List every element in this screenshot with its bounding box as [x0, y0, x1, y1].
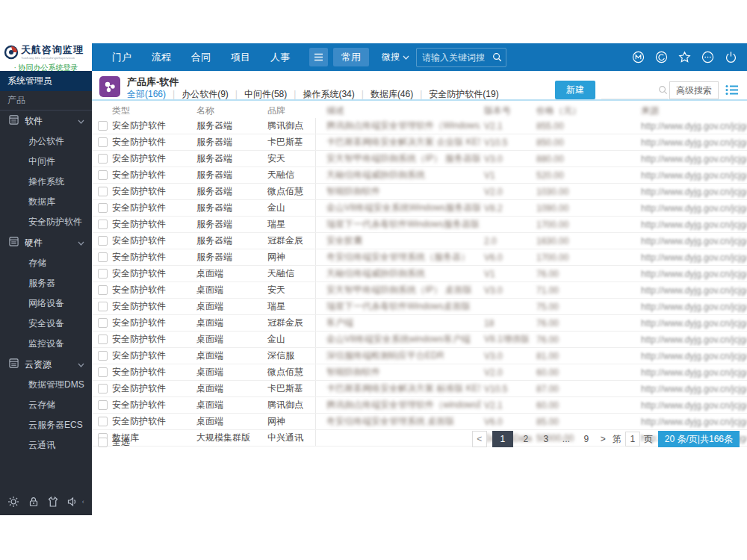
table-row-4[interactable]: 安全防护软件服务器端天融信天融信终端威胁防御系统V1520.00http://w… — [92, 167, 747, 184]
pagination-page-...[interactable]: ... — [559, 431, 574, 447]
row-checkbox[interactable] — [98, 417, 108, 426]
pagination-page-2[interactable]: 2 — [518, 431, 533, 447]
tab-6[interactable]: 安全防护软件(19) — [429, 88, 498, 101]
topnav-item-1[interactable]: 门户 — [112, 51, 131, 64]
cell-source-url[interactable]: http://www.dyjg.gov.cn/jcjg/ — [637, 269, 747, 279]
row-checkbox[interactable] — [98, 220, 108, 229]
table-row-16[interactable]: 安全防护软件桌面端微点佰慧智能防御软件V2.060.00http://www.d… — [92, 364, 747, 381]
theme-shirt-icon[interactable] — [47, 496, 59, 508]
row-checkbox[interactable] — [98, 236, 108, 246]
cell-source-url[interactable]: http://www.dyjg.gov.cn/jcjg/ — [637, 400, 747, 411]
cell-source-url[interactable]: http://www.dyjg.gov.cn/jcjg/ — [637, 351, 747, 361]
topnav-item-3[interactable]: 合同 — [191, 51, 211, 64]
sidebar-item-中间件[interactable]: 中间件 — [0, 152, 92, 172]
table-row-10[interactable]: 安全防护软件桌面端天融信天融信终端威胁防御系统V176.00http://www… — [92, 266, 747, 282]
table-row-18[interactable]: 安全防护软件桌面端腾讯御点腾讯御点终端安全管理软件（windows版）V2.1V… — [92, 397, 747, 414]
table-row-13[interactable]: 安全防护软件桌面端冠群金辰客户端1876.00http://www.dyjg.g… — [92, 315, 747, 332]
cell-source-url[interactable]: http://www.dyjg.gov.cn/jcjg/ — [637, 170, 747, 181]
global-search-input[interactable] — [421, 52, 492, 63]
lock-icon[interactable] — [28, 496, 40, 508]
cell-source-url[interactable]: http://www.dyjg.gov.cn/jcjg/ — [637, 302, 747, 312]
tab-3[interactable]: 中间件(58) — [244, 88, 287, 101]
table-row-19[interactable]: 安全防护软件桌面端网神奇安信终端安全管理系统 桌面版V6.085.00http:… — [92, 414, 747, 430]
message-icon[interactable] — [655, 51, 668, 63]
topnav-item-5[interactable]: 人事 — [270, 51, 290, 64]
row-checkbox[interactable] — [98, 170, 108, 180]
table-search-icon[interactable] — [658, 85, 668, 95]
cell-source-url[interactable]: http://www.dyjg.gov.cn/jcjg/ — [637, 137, 747, 148]
row-checkbox[interactable] — [98, 187, 108, 196]
sidebar-section-硬件[interactable]: 硬件 — [0, 232, 92, 253]
cell-source-url[interactable]: http://www.dyjg.gov.cn/jcjg/ — [637, 318, 747, 329]
speaker-icon[interactable] — [66, 496, 78, 508]
pagination-prev-button[interactable]: < — [472, 431, 487, 447]
list-view-icon[interactable] — [725, 84, 738, 96]
table-row-17[interactable]: 安全防护软件桌面端卡巴斯基卡巴斯基网络安全解决方案 标准版 KESV10.587… — [92, 381, 747, 397]
row-checkbox[interactable] — [98, 269, 108, 279]
tab-5[interactable]: 数据库(46) — [371, 88, 413, 101]
table-search-input[interactable] — [601, 84, 658, 96]
more-icon[interactable] — [701, 51, 714, 63]
cell-source-url[interactable]: http://www.dyjg.gov.cn/jcjg/ — [637, 417, 747, 427]
sidebar-item-安全防护软件[interactable]: 安全防护软件 — [0, 212, 92, 232]
row-checkbox[interactable] — [98, 203, 108, 213]
nav-menu-button[interactable] — [309, 48, 328, 66]
sidebar-item-存储[interactable]: 存储 — [0, 253, 92, 273]
sidebar-item-云存储[interactable]: 云存储 — [0, 395, 92, 415]
row-checkbox[interactable] — [98, 318, 108, 328]
sidebar-item-办公软件[interactable]: 办公软件 — [0, 131, 92, 152]
row-checkbox[interactable] — [98, 384, 108, 393]
star-icon[interactable] — [678, 51, 691, 63]
power-icon[interactable] — [725, 51, 737, 63]
tab-4[interactable]: 操作系统(34) — [303, 88, 354, 101]
cell-source-url[interactable]: http://www.dyjg.gov.cn/jcjg/ — [637, 252, 747, 263]
jump-page-input[interactable]: 1 — [625, 432, 640, 447]
pagination-page-9[interactable]: 9 — [579, 431, 594, 447]
row-checkbox[interactable] — [98, 367, 108, 377]
cell-source-url[interactable]: http://www.dyjg.gov.cn/jcjg/ — [637, 220, 747, 230]
sidebar-item-数据管理DMS[interactable]: 数据管理DMS — [0, 375, 92, 395]
new-button[interactable]: 新建 — [555, 81, 595, 99]
table-row-11[interactable]: 安全防护软件桌面端安天安天智甲终端防御系统（IP） 桌面版V3.071.00ht… — [92, 282, 747, 299]
topnav-item-2[interactable]: 流程 — [152, 51, 171, 64]
table-row-5[interactable]: 安全防护软件服务器端微点佰慧智能防御软件V2.01030.00http://ww… — [92, 184, 747, 200]
sidebar-item-操作系统[interactable]: 操作系统 — [0, 172, 92, 192]
table-row-6[interactable]: 安全防护软件服务器端金山金山V8终端安全系统Windows服务器版V8.2109… — [92, 200, 747, 217]
table-row-12[interactable]: 安全防护软件桌面端瑞星瑞星下一代杀毒软件Windows桌面版75.00http:… — [92, 299, 747, 315]
topnav-item-4[interactable]: 项目 — [231, 51, 250, 64]
row-checkbox[interactable] — [98, 121, 108, 131]
cell-source-url[interactable]: http://www.dyjg.gov.cn/jcjg/ — [637, 154, 747, 164]
pagination-page-3[interactable]: 3 — [539, 431, 554, 447]
row-checkbox[interactable] — [98, 400, 108, 410]
tab-2[interactable]: 办公软件(9) — [182, 88, 229, 101]
row-checkbox[interactable] — [98, 351, 108, 361]
sidebar-section-软件[interactable]: 软件 — [0, 111, 92, 131]
tab-1[interactable]: 全部(166) — [127, 88, 166, 101]
table-row-3[interactable]: 安全防护软件服务器端安天安天智甲终端防御系统（IP） 服务器版V3.0880.0… — [92, 151, 747, 167]
row-checkbox[interactable] — [98, 137, 108, 147]
row-checkbox[interactable] — [98, 285, 108, 295]
sidebar-item-服务器[interactable]: 服务器 — [0, 273, 92, 293]
sidebar-collapse-arrow[interactable]: ‹ — [82, 498, 84, 505]
select-all-checkbox[interactable] — [98, 438, 108, 447]
cell-source-url[interactable]: http://www.dyjg.gov.cn/jcjg/ — [637, 367, 747, 378]
sidebar-item-云通讯[interactable]: 云通讯 — [0, 435, 92, 455]
pagination-page-1[interactable]: 1 — [492, 431, 513, 447]
row-checkbox[interactable] — [98, 335, 108, 344]
cell-source-url[interactable]: http://www.dyjg.gov.cn/jcjg/ — [637, 236, 747, 246]
search-icon[interactable] — [492, 52, 502, 62]
search-scope-dropdown[interactable]: 微搜 — [382, 51, 409, 63]
cell-source-url[interactable]: http://www.dyjg.gov.cn/jcjg/ — [637, 203, 747, 214]
table-row-7[interactable]: 安全防护软件服务器端瑞星瑞星下一代杀毒软件Windows服务器版1700.00h… — [92, 217, 747, 233]
m-badge-icon[interactable] — [632, 51, 645, 63]
sidebar-item-数据库[interactable]: 数据库 — [0, 192, 92, 212]
pagination-next-button[interactable]: > — [599, 434, 607, 444]
row-checkbox[interactable] — [98, 154, 108, 164]
row-checkbox[interactable] — [98, 252, 108, 262]
table-row-9[interactable]: 安全防护软件服务器端网神奇安信终端安全管理系统（服务器）V6.01700.00h… — [92, 249, 747, 266]
table-row-1[interactable]: 安全防护软件服务器端腾讯御点腾讯御点终端安全管理软件（Windows版）V2.1… — [92, 118, 747, 134]
sidebar-item-网络设备[interactable]: 网络设备 — [0, 293, 92, 314]
table-row-15[interactable]: 安全防护软件桌面端深信服深信服终端检测响应平台EDRV3.081.00http:… — [92, 348, 747, 364]
cell-source-url[interactable]: http://www.dyjg.gov.cn/jcjg/ — [637, 121, 747, 131]
sidebar-item-安全设备[interactable]: 安全设备 — [0, 314, 92, 334]
